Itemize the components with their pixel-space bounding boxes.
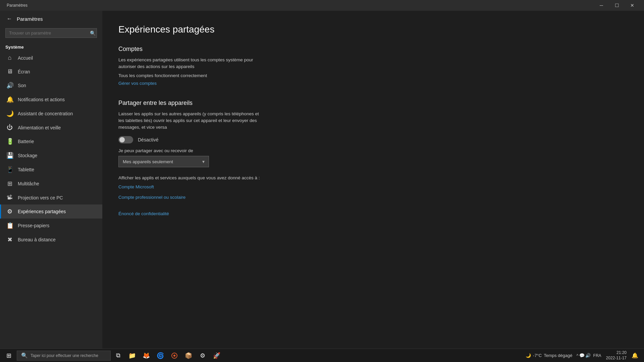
sidebar-item-label: Expériences partagées	[18, 209, 66, 214]
maximize-button[interactable]: ☐	[609, 0, 625, 11]
notification-center-icon[interactable]: 🔔	[630, 349, 640, 362]
sidebar-item-label: Projection vers ce PC	[18, 195, 63, 200]
sidebar-item-label: Son	[18, 83, 26, 88]
sidebar-item-label: Multitâche	[18, 181, 39, 186]
search-icon-button[interactable]: 🔍	[90, 31, 96, 36]
taskbar-search-box[interactable]: 🔍 Taper ici pour effectuer une recherche	[17, 351, 111, 361]
comptes-section: Comptes Les expériences partagées utilis…	[118, 46, 628, 86]
taskbar-right: 🌙 -7°C Temps dégagé ^ 💬 🔊 FRA 21:20 2022…	[523, 349, 643, 362]
sidebar-item-multitache[interactable]: ⊞ Multitâche	[0, 177, 102, 191]
titlebar: Paramètres ─ ☐ ✕	[0, 0, 644, 11]
close-button[interactable]: ✕	[625, 0, 640, 11]
storage-icon: 💾	[6, 152, 13, 159]
sidebar-item-batterie[interactable]: 🔋 Batterie	[0, 134, 102, 148]
file-explorer-icon[interactable]: 📁	[125, 349, 139, 362]
weather-temp: -7°C	[533, 353, 542, 358]
dropdown-value: Mes appareils seulement	[123, 159, 173, 164]
settings-icon[interactable]: ⚙	[196, 349, 209, 362]
sidebar-item-label: Stockage	[18, 153, 37, 158]
share-dropdown[interactable]: Mes appareils seulement ▾	[118, 156, 209, 167]
main-window: ← Paramètres 🔍 Système ⌂ Accueil 🖥 Écran…	[0, 11, 644, 349]
compte-professionnel-link[interactable]: Compte professionnel ou scolaire	[118, 195, 628, 200]
sidebar-item-stockage[interactable]: 💾 Stockage	[0, 148, 102, 163]
shared-experiences-icon: ⚙	[6, 208, 13, 215]
back-button[interactable]: ←	[5, 14, 13, 23]
toggle-label: Désactivé	[138, 137, 158, 142]
sidebar-section-label: Système	[0, 42, 102, 51]
app7-icon[interactable]: 🚀	[210, 349, 223, 362]
projection-icon: 📽	[6, 194, 13, 201]
remote-desktop-icon: ✖	[6, 236, 13, 243]
sidebar-item-label: Accueil	[18, 55, 33, 61]
sound-icon: 🔊	[6, 82, 13, 89]
comptes-section-title: Comptes	[118, 46, 628, 53]
search-input[interactable]	[5, 28, 97, 38]
taskbar: ⊞ 🔍 Taper ici pour effectuer une recherc…	[0, 349, 644, 362]
sidebar-item-ecran[interactable]: 🖥 Écran	[0, 65, 102, 78]
systray-volume-icon[interactable]: 🔊	[585, 353, 591, 358]
display-icon: 🖥	[6, 68, 13, 75]
sidebar-item-presse-papiers[interactable]: 📋 Presse-papiers	[0, 219, 102, 233]
sidebar-item-label: Tablette	[18, 167, 34, 172]
comptes-status: Tous les comptes fonctionnent correcteme…	[118, 73, 628, 78]
sidebar-item-label: Presse-papiers	[18, 223, 49, 228]
comptes-description: Les expériences partagées utilisent tous…	[118, 57, 259, 70]
weather-widget[interactable]: 🌙 -7°C Temps dégagé	[523, 353, 575, 358]
gerer-comptes-link[interactable]: Gérer vos comptes	[118, 81, 157, 86]
search-container: 🔍	[0, 27, 102, 42]
page-title: Expériences partagées	[118, 24, 628, 35]
apps-section-label: Afficher les applis et services auxquels…	[118, 175, 628, 180]
sidebar-item-tablette[interactable]: 📱 Tablette	[0, 163, 102, 177]
clock-time: 21:20	[616, 350, 627, 356]
tablet-icon: 📱	[6, 166, 13, 173]
sidebar-item-experiences[interactable]: ⚙ Expériences partagées	[0, 204, 102, 219]
task-view-button[interactable]: ⧉	[111, 349, 125, 362]
sidebar-item-accueil[interactable]: ⌂ Accueil	[0, 51, 102, 65]
notification-bell-icon: 🔔	[6, 96, 13, 103]
apps-links: Compte Microsoft Compte professionnel ou…	[118, 184, 628, 200]
start-button[interactable]: ⊞	[1, 349, 16, 362]
sidebar-item-label: Notifications et actions	[18, 97, 65, 102]
multitask-icon: ⊞	[6, 180, 13, 187]
battery-icon: 🔋	[6, 138, 13, 145]
minimize-button[interactable]: ─	[594, 0, 609, 11]
systray-chevron[interactable]: ^	[577, 353, 579, 358]
sidebar-item-label: Écran	[18, 69, 30, 74]
search-wrapper: 🔍	[5, 28, 97, 38]
sidebar-header: ← Paramètres	[0, 11, 102, 27]
sidebar-item-label: Assistant de concentration	[18, 111, 73, 116]
toggle-thumb	[119, 137, 125, 142]
weather-icon: 🌙	[526, 353, 531, 358]
app4-icon[interactable]	[168, 349, 181, 362]
systray: ^ 💬 🔊	[577, 353, 591, 358]
toggle-row: Désactivé	[118, 136, 628, 143]
clock-date: 2022-11-17	[606, 356, 627, 361]
sidebar-item-projection[interactable]: 📽 Projection vers ce PC	[0, 191, 102, 204]
partager-section-title: Partager entre les appareils	[118, 100, 628, 107]
app5-icon[interactable]: 📦	[182, 349, 195, 362]
app3-icon[interactable]: 🌀	[154, 349, 167, 362]
firefox-icon[interactable]: 🦊	[140, 349, 153, 362]
taskbar-search-placeholder: Taper ici pour effectuer une recherche	[31, 353, 98, 358]
sidebar-item-assistant[interactable]: 🌙 Assistant de concentration	[0, 107, 102, 121]
clock[interactable]: 21:20 2022-11-17	[604, 350, 629, 361]
share-toggle[interactable]	[118, 136, 133, 143]
svg-point-1	[173, 355, 175, 357]
sidebar-item-notifications[interactable]: 🔔 Notifications et actions	[0, 93, 102, 107]
power-icon: ⏻	[6, 124, 13, 131]
weather-desc: Temps dégagé	[544, 353, 572, 358]
dropdown-arrow-icon: ▾	[202, 159, 205, 164]
sidebar-item-label: Batterie	[18, 139, 34, 144]
systray-chat-icon[interactable]: 💬	[579, 353, 585, 358]
clipboard-icon: 📋	[6, 222, 13, 229]
sidebar-item-label: Alimentation et veille	[18, 125, 61, 130]
sidebar-item-bureau[interactable]: ✖ Bureau à distance	[0, 233, 102, 247]
home-icon: ⌂	[6, 54, 13, 61]
privacy-link[interactable]: Énoncé de confidentialité	[118, 211, 169, 216]
partager-section: Partager entre les appareils Laisser les…	[118, 100, 628, 217]
sidebar-item-son[interactable]: 🔊 Son	[0, 78, 102, 93]
titlebar-title: Paramètres	[7, 3, 28, 8]
compte-microsoft-link[interactable]: Compte Microsoft	[118, 184, 628, 189]
sidebar-item-alimentation[interactable]: ⏻ Alimentation et veille	[0, 121, 102, 134]
dropdown-label: Je peux partager avec ou recevoir de	[118, 148, 628, 153]
